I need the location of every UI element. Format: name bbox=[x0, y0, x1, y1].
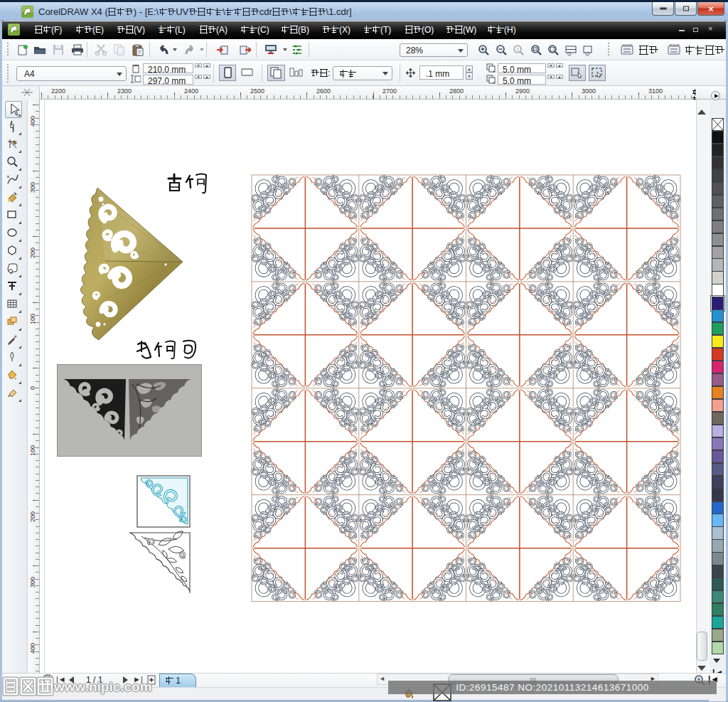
svg-text:Q: Q bbox=[567, 51, 572, 56]
svg-text:y: y bbox=[493, 80, 495, 84]
svg-text:x: x bbox=[493, 69, 495, 73]
svg-text:Q: Q bbox=[585, 50, 589, 56]
svg-text:1: 1 bbox=[517, 47, 520, 52]
